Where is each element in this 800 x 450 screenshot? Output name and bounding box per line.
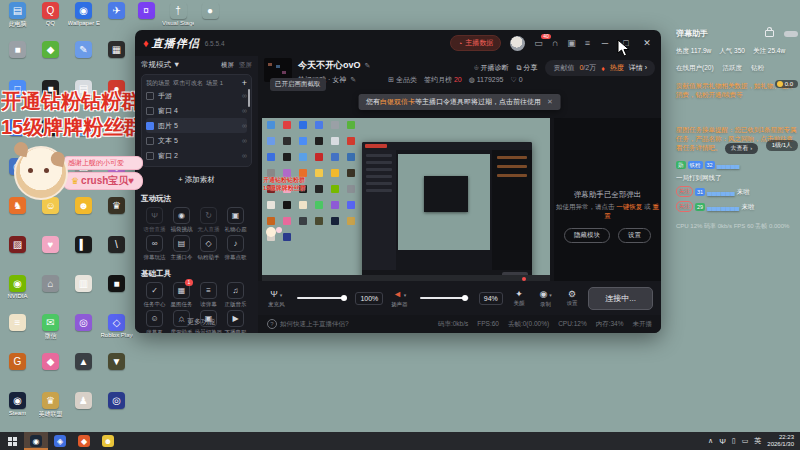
desktop-icon[interactable]: ■: [100, 275, 133, 314]
mode-selector[interactable]: 常规模式 ▼: [141, 60, 181, 70]
lock-link-icon[interactable]: ∞: [242, 137, 247, 144]
taskbar-clock[interactable]: 22:23 2026/1/30: [767, 434, 794, 448]
input-language[interactable]: 英: [754, 436, 761, 446]
desktop-icon[interactable]: \: [100, 236, 133, 275]
microphone-volume-value[interactable]: 100%: [355, 292, 383, 305]
tray-display-icon[interactable]: ▭: [742, 437, 749, 445]
chat-tab[interactable]: 钻粉: [751, 64, 764, 73]
speaker-volume-value[interactable]: 94%: [479, 292, 503, 305]
portrait-toggle[interactable]: 竖屏: [239, 61, 252, 70]
desktop-icon[interactable]: ◆: [34, 353, 67, 392]
lock-link-icon[interactable]: ∞: [242, 122, 247, 129]
basic-tool[interactable]: ♫ 正版音乐: [222, 282, 249, 310]
edit-title-icon[interactable]: ✎: [365, 62, 371, 70]
interactive-tool[interactable]: ♪ 弹幕点歌: [222, 235, 249, 263]
desktop-icon[interactable]: ♞: [1, 197, 34, 236]
chat-tab[interactable]: 活跃度: [723, 64, 743, 73]
landscape-toggle[interactable]: 横屏: [221, 61, 234, 70]
scene-source-row[interactable]: 手游 ∞: [146, 88, 247, 103]
interactive-tool[interactable]: ◉ 福袋挑战: [168, 207, 195, 235]
scene-scrollbar[interactable]: [248, 89, 250, 107]
interactive-tool[interactable]: ▣ 礼物心愿: [222, 207, 249, 235]
desktop-icon[interactable]: ▥: [67, 275, 100, 314]
scene-name[interactable]: 场景 1: [206, 79, 223, 88]
basic-tool[interactable]: ✓ 任务中心: [141, 282, 168, 310]
tray-device-icon[interactable]: ▯: [732, 437, 736, 445]
taskbar-app[interactable]: ◉: [24, 432, 48, 450]
desktop-icon[interactable]: ◉ Steam: [1, 392, 34, 431]
connect-button[interactable]: 连接中...: [588, 287, 653, 310]
banner-close-icon[interactable]: ✕: [547, 98, 553, 106]
record-button[interactable]: ◉▾ 录制: [535, 289, 556, 308]
visibility-checkbox[interactable]: [146, 107, 154, 115]
add-material-button[interactable]: + 添加素材: [141, 172, 252, 188]
desktop-icon[interactable]: ♛: [100, 197, 133, 236]
desktop-icon[interactable]: G: [1, 353, 34, 392]
visibility-checkbox[interactable]: [146, 92, 154, 100]
taskbar-app[interactable]: ◆: [72, 432, 96, 450]
visibility-checkbox[interactable]: [146, 152, 154, 160]
lock-icon[interactable]: [765, 30, 774, 37]
desktop-icon[interactable]: ◇ Roblox Player: [100, 314, 133, 353]
speaker-slider[interactable]: [420, 297, 469, 299]
desktop-icon[interactable]: ▤ 此电脑: [1, 2, 34, 41]
monthly-rank[interactable]: 签约月榜 20: [424, 75, 462, 85]
desktop-icon[interactable]: ♟: [67, 392, 100, 431]
settings-button[interactable]: ⚙ 设置: [562, 289, 583, 307]
menu-icon[interactable]: ≡: [585, 39, 590, 48]
dock-settings-button[interactable]: 设置: [618, 228, 651, 243]
panel-toggle[interactable]: [784, 31, 798, 37]
microphone-control[interactable]: Ψ▾ 麦克风: [266, 289, 287, 308]
close-button[interactable]: ✕: [641, 38, 653, 48]
start-button[interactable]: [0, 432, 24, 450]
props-expiring-banner[interactable]: 您有白银双倍卡等主播口令道具即将过期，点击前往使用 ✕: [358, 94, 561, 110]
go-view-button[interactable]: 去查看 ›: [725, 143, 759, 154]
desktop-icon[interactable]: ◎: [67, 314, 100, 353]
desktop-icon[interactable]: ◉ Wallpaper Engine: [67, 2, 100, 41]
interactive-tool[interactable]: ▤ 主播口令: [168, 235, 195, 263]
desktop-icon[interactable]: Q QQ: [34, 2, 67, 41]
hide-module-button[interactable]: 隐藏模块: [564, 228, 610, 243]
interactive-tool[interactable]: ◇ 钻粉助手: [195, 235, 222, 263]
desktop-icon[interactable]: ♛ 英雄联盟: [34, 392, 67, 431]
minimize-button[interactable]: ─: [599, 38, 611, 48]
share-button[interactable]: ⧉ 分享: [516, 63, 537, 73]
desktop-icon[interactable]: ✎: [67, 41, 100, 80]
lock-link-icon[interactable]: ∞: [242, 152, 247, 159]
desktop-icon[interactable]: ▍: [67, 236, 100, 275]
desktop-icon[interactable]: ▦: [100, 41, 133, 80]
basic-tool[interactable]: ▦1 星图任务: [168, 282, 195, 310]
tray-mic-icon[interactable]: Ψ: [719, 437, 726, 446]
microphone-slider[interactable]: [297, 297, 346, 299]
desktop-icon[interactable]: ✉ 微信: [34, 314, 67, 353]
slider-knob[interactable]: [341, 295, 347, 301]
desktop-icon[interactable]: ♥: [34, 236, 67, 275]
visibility-checkbox[interactable]: [146, 137, 154, 145]
tray-expand-icon[interactable]: ∧: [708, 437, 713, 445]
avatar[interactable]: [510, 36, 525, 51]
diagnose-button[interactable]: ⌾ 开播诊断: [474, 63, 508, 73]
headset-icon[interactable]: ∩: [552, 39, 558, 48]
lock-link-icon[interactable]: ∞: [242, 107, 247, 114]
scene-source-row[interactable]: 文本 5 ∞: [146, 133, 247, 148]
desktop-icon[interactable]: ▨: [1, 236, 34, 275]
interactive-tool[interactable]: ∞ 弹幕玩法: [141, 235, 168, 263]
desktop-icon[interactable]: ■: [1, 41, 34, 80]
basic-tool[interactable]: ≡ 读弹幕: [195, 282, 222, 310]
desktop-icon[interactable]: ⌂: [34, 275, 67, 314]
stream-preview[interactable]: 开通钻粉钻粉群 15级牌牌粉丝群: [262, 118, 550, 281]
scene-source-row[interactable]: 窗口 4 ∞: [146, 103, 247, 118]
taskbar-app[interactable]: ☻: [96, 432, 120, 450]
visibility-checkbox[interactable]: [146, 122, 154, 130]
scene-source-row[interactable]: 图片 5 ∞: [146, 118, 247, 133]
desktop-icon[interactable]: ▼: [100, 353, 133, 392]
desktop-icon[interactable]: ≡: [1, 314, 34, 353]
desktop-icon[interactable]: ☺: [34, 197, 67, 236]
more-functions-button[interactable]: ··· 更多功能: [135, 317, 258, 327]
desktop-icon[interactable]: ◉ NVIDIA: [1, 275, 34, 314]
help-link[interactable]: ?如何快速上手直播伴侣?: [267, 319, 349, 329]
add-scene-button[interactable]: +: [242, 78, 247, 88]
scene-source-row[interactable]: 窗口 2 ∞: [146, 148, 247, 163]
edit-category-icon[interactable]: ✎: [350, 76, 356, 84]
slider-knob[interactable]: [462, 295, 468, 301]
